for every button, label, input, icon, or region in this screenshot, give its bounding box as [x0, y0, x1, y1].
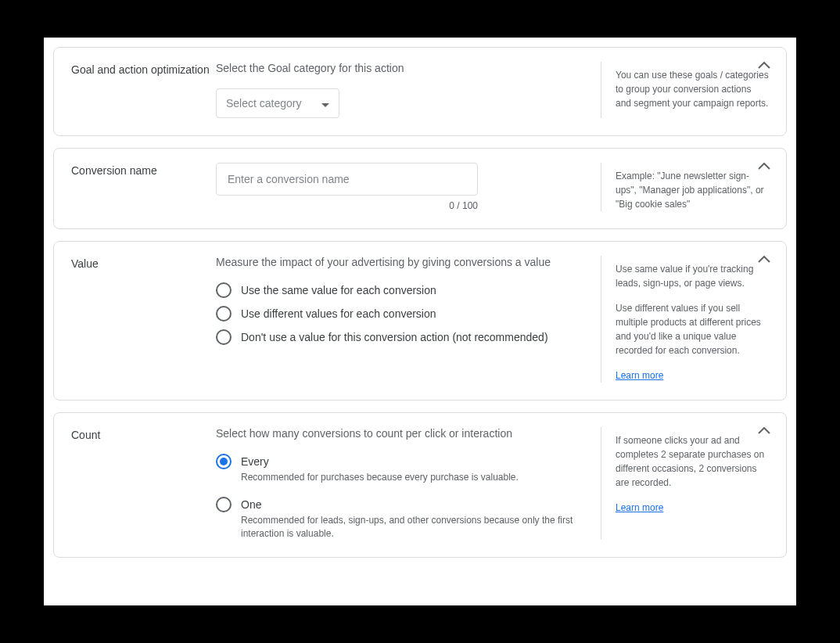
char-count: 0 / 100 [216, 200, 478, 211]
form-container: Goal and action optimization Select the … [44, 38, 796, 605]
value-help-1: Use same value if you're tracking leads,… [616, 262, 769, 290]
value-radio-none[interactable]: Don't use a value for this conversion ac… [216, 329, 585, 345]
category-select-placeholder: Select category [226, 97, 314, 110]
radio-label: One [241, 497, 585, 512]
count-radio-every[interactable]: Every Recommended for purchases because … [216, 454, 585, 484]
count-card: Count Select how many conversions to cou… [53, 412, 787, 558]
radio-unchecked-icon [216, 329, 232, 345]
goal-help-text: You can use these goals / categories to … [601, 62, 769, 118]
radio-desc: Recommended for purchases because every … [241, 471, 585, 484]
radio-label: Don't use a value for this conversion ac… [241, 329, 585, 345]
value-radio-diff[interactable]: Use different values for each conversion [216, 306, 585, 322]
radio-label: Use different values for each conversion [241, 306, 585, 322]
value-radio-same[interactable]: Use the same value for each conversion [216, 282, 585, 298]
value-subtitle: Measure the impact of your advertising b… [216, 256, 585, 268]
learn-more-link[interactable]: Learn more [616, 502, 663, 513]
radio-checked-icon [216, 454, 232, 469]
collapse-icon[interactable] [758, 62, 770, 70]
value-card: Value Measure the impact of your adverti… [53, 241, 787, 401]
radio-label: Use the same value for each conversion [241, 282, 585, 298]
radio-label: Every [241, 454, 585, 469]
conversion-name-card: Conversion name 0 / 100 Example: "June n… [53, 148, 787, 229]
count-help: If someone clicks your ad and completes … [616, 433, 769, 490]
goal-title: Goal and action optimization [71, 62, 216, 118]
radio-desc: Recommended for leads, sign-ups, and oth… [241, 514, 585, 541]
conversion-name-help: Example: "June newsletter sign-ups", "Ma… [601, 163, 769, 211]
collapse-icon[interactable] [758, 163, 770, 171]
dropdown-icon [321, 97, 329, 110]
goal-optimization-card: Goal and action optimization Select the … [53, 47, 787, 136]
radio-unchecked-icon [216, 306, 232, 322]
radio-unchecked-icon [216, 497, 232, 512]
radio-unchecked-icon [216, 282, 232, 298]
category-select[interactable]: Select category [216, 88, 339, 118]
count-title: Count [71, 427, 216, 540]
conversion-name-title: Conversion name [71, 163, 216, 211]
conversion-name-input[interactable] [216, 163, 478, 196]
goal-subtitle: Select the Goal category for this action [216, 62, 585, 74]
value-help-2: Use different values if you sell multipl… [616, 301, 769, 357]
collapse-icon[interactable] [758, 427, 770, 435]
count-radio-one[interactable]: One Recommended for leads, sign-ups, and… [216, 497, 585, 541]
collapse-icon[interactable] [758, 256, 770, 264]
count-subtitle: Select how many conversions to count per… [216, 427, 585, 440]
learn-more-link[interactable]: Learn more [616, 370, 663, 381]
value-title: Value [71, 256, 216, 383]
